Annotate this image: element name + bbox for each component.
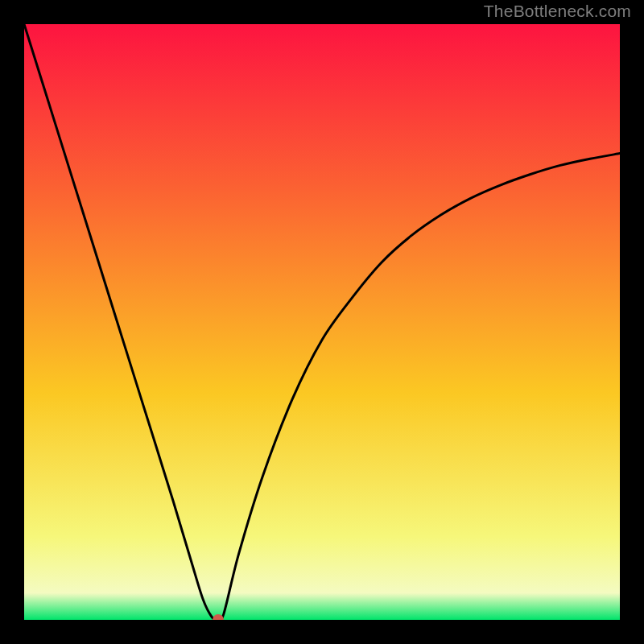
- watermark-text: TheBottleneck.com: [484, 2, 631, 21]
- chart-frame: TheBottleneck.com: [0, 0, 644, 644]
- minimum-marker: [213, 614, 224, 620]
- gradient-background: [24, 24, 620, 620]
- plot-area: [24, 24, 620, 620]
- chart-svg: [24, 24, 620, 620]
